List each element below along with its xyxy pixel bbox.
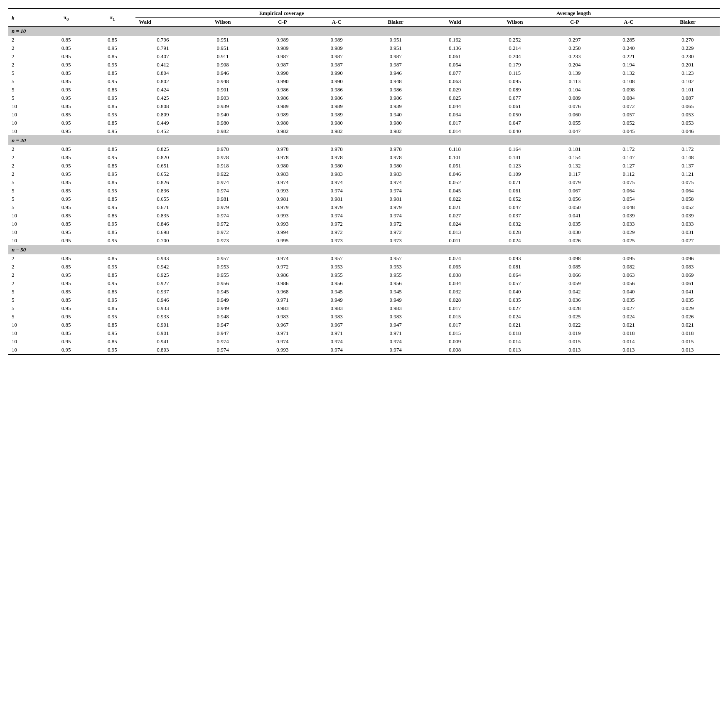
cell-3-2: 0.95	[89, 170, 135, 178]
data-row: 20.850.850.7960.9510.9890.9890.9510.1620…	[8, 36, 720, 44]
cell-11-8: 0.011	[428, 236, 482, 245]
cell-2-12: 0.230	[656, 52, 720, 61]
cell-4-1: 0.85	[43, 178, 89, 187]
cell-7-12: 0.052	[656, 203, 720, 212]
cell-6-5: 0.981	[256, 195, 310, 203]
cell-11-7: 0.974	[364, 346, 428, 355]
cell-7-2: 0.95	[89, 94, 135, 102]
cell-7-7: 0.979	[364, 203, 428, 212]
cell-2-11: 0.063	[602, 271, 656, 279]
data-row: 50.950.850.9330.9490.9830.9830.9830.0170…	[8, 304, 720, 313]
cell-0-2: 0.85	[89, 145, 135, 153]
cell-11-3: 0.452	[135, 127, 190, 136]
cell-7-4: 0.948	[190, 313, 256, 321]
cell-11-1: 0.95	[43, 346, 89, 355]
cell-11-11: 0.025	[602, 236, 656, 245]
cell-10-1: 0.95	[43, 337, 89, 346]
cell-0-4: 0.978	[190, 145, 256, 153]
col-wilson-ec: Wilson	[190, 18, 256, 27]
cell-4-0: 5	[8, 178, 43, 187]
cell-2-1: 0.95	[43, 52, 89, 61]
col-ac-ec: A-C	[310, 18, 364, 27]
cell-8-9: 0.037	[482, 212, 548, 220]
cell-11-10: 0.047	[548, 127, 602, 136]
cell-9-9: 0.050	[482, 111, 548, 119]
cell-11-4: 0.974	[190, 346, 256, 355]
cell-3-6: 0.983	[310, 170, 364, 178]
cell-10-6: 0.974	[310, 337, 364, 346]
cell-8-6: 0.974	[310, 212, 364, 220]
cell-0-12: 0.096	[656, 254, 720, 263]
section-header-2: n = 50	[8, 245, 720, 255]
cell-2-10: 0.233	[548, 52, 602, 61]
cell-11-0: 10	[8, 346, 43, 355]
cell-1-2: 0.95	[89, 153, 135, 162]
cell-11-0: 10	[8, 127, 43, 136]
cell-9-9: 0.032	[482, 220, 548, 228]
cell-6-11: 0.054	[602, 195, 656, 203]
cell-4-11: 0.132	[602, 69, 656, 77]
data-row: 50.850.950.8020.9480.9900.9900.9480.0630…	[8, 77, 720, 86]
cell-4-6: 0.990	[310, 69, 364, 77]
cell-2-4: 0.911	[190, 52, 256, 61]
cell-6-6: 0.981	[310, 195, 364, 203]
cell-9-12: 0.053	[656, 111, 720, 119]
cell-0-12: 0.270	[656, 36, 720, 44]
cell-3-4: 0.956	[190, 279, 256, 288]
cell-5-8: 0.028	[428, 296, 482, 304]
cell-5-7: 0.948	[364, 77, 428, 86]
cell-1-8: 0.136	[428, 44, 482, 52]
cell-5-0: 5	[8, 187, 43, 195]
cell-11-12: 0.027	[656, 236, 720, 245]
data-row: 50.850.950.8360.9740.9930.9740.9740.0450…	[8, 187, 720, 195]
cell-5-11: 0.035	[602, 296, 656, 304]
cell-7-3: 0.425	[135, 94, 190, 102]
cell-3-6: 0.956	[310, 279, 364, 288]
cell-4-8: 0.032	[428, 288, 482, 296]
cell-9-6: 0.972	[310, 220, 364, 228]
cell-11-8: 0.008	[428, 346, 482, 355]
cell-11-7: 0.973	[364, 236, 428, 245]
data-row: 20.850.950.7910.9510.9890.9890.9510.1360…	[8, 44, 720, 52]
cell-7-9: 0.024	[482, 313, 548, 321]
main-table: k π0 π1 Empirical coverage Average lengt…	[8, 8, 720, 355]
cell-4-0: 5	[8, 69, 43, 77]
cell-10-7: 0.974	[364, 337, 428, 346]
cell-7-8: 0.025	[428, 94, 482, 102]
cell-1-8: 0.101	[428, 153, 482, 162]
cell-1-8: 0.065	[428, 263, 482, 271]
cell-10-7: 0.980	[364, 119, 428, 127]
cell-10-12: 0.031	[656, 228, 720, 236]
cell-7-0: 5	[8, 203, 43, 212]
cell-4-10: 0.139	[548, 69, 602, 77]
cell-4-9: 0.071	[482, 178, 548, 187]
cell-11-9: 0.013	[482, 346, 548, 355]
data-row: 100.850.850.8080.9390.9890.9890.9390.044…	[8, 102, 720, 111]
cell-7-10: 0.025	[548, 313, 602, 321]
cell-0-11: 0.172	[602, 145, 656, 153]
cell-6-8: 0.022	[428, 195, 482, 203]
cell-6-6: 0.986	[310, 86, 364, 94]
cell-1-12: 0.148	[656, 153, 720, 162]
data-row: 100.950.850.4490.9800.9800.9800.9800.017…	[8, 119, 720, 127]
cell-8-2: 0.85	[89, 102, 135, 111]
cell-3-3: 0.412	[135, 61, 190, 69]
cell-2-11: 0.127	[602, 162, 656, 170]
col-wald-ec: Wald	[135, 18, 190, 27]
cell-9-11: 0.018	[602, 329, 656, 337]
data-row: 50.850.950.9460.9490.9710.9490.9490.0280…	[8, 296, 720, 304]
cell-3-12: 0.201	[656, 61, 720, 69]
cell-4-12: 0.123	[656, 69, 720, 77]
cell-5-7: 0.949	[364, 296, 428, 304]
cell-9-12: 0.033	[656, 220, 720, 228]
cell-5-5: 0.993	[256, 187, 310, 195]
cell-7-5: 0.986	[256, 94, 310, 102]
cell-5-5: 0.990	[256, 77, 310, 86]
cell-10-7: 0.972	[364, 228, 428, 236]
col-cp-ec: C-P	[256, 18, 310, 27]
cell-1-4: 0.978	[190, 153, 256, 162]
cell-3-5: 0.983	[256, 170, 310, 178]
cell-10-5: 0.980	[256, 119, 310, 127]
cell-9-3: 0.846	[135, 220, 190, 228]
cell-4-6: 0.945	[310, 288, 364, 296]
